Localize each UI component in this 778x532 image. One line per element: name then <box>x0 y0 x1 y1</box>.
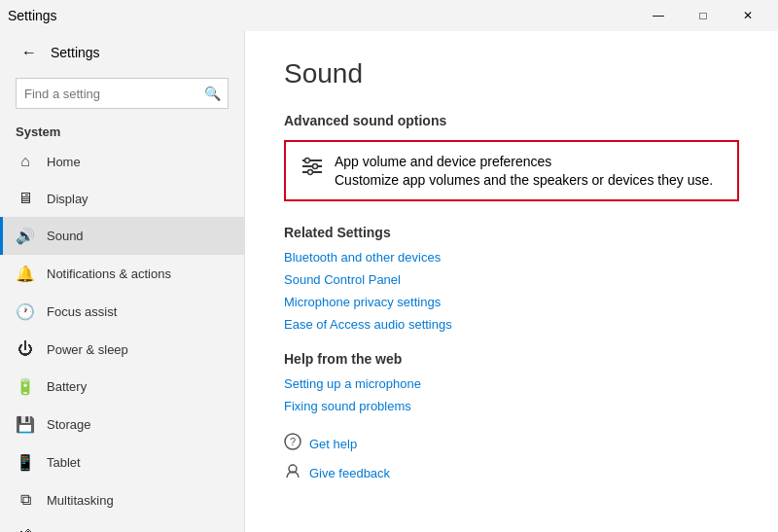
give-feedback-link[interactable]: Give feedback <box>284 462 739 483</box>
setting-up-microphone-link[interactable]: Setting up a microphone <box>284 376 739 391</box>
sidebar-item-multitasking[interactable]: ⧉ Multitasking <box>0 481 244 518</box>
display-icon: 🖥 <box>16 190 35 207</box>
sidebar-item-label: Multitasking <box>47 493 114 508</box>
bluetooth-link[interactable]: Bluetooth and other devices <box>284 250 739 265</box>
sidebar-item-label: Display <box>47 192 88 206</box>
advanced-card-text: App volume and device preferences Custom… <box>335 154 713 188</box>
notifications-icon: 🔔 <box>16 265 35 283</box>
sidebar-item-projecting[interactable]: 📽 Projecting to this PC <box>0 518 244 532</box>
battery-icon: 🔋 <box>16 377 35 396</box>
system-section-label: System <box>0 117 244 143</box>
tablet-icon: 📱 <box>16 453 35 472</box>
give-feedback-label: Give feedback <box>309 466 390 480</box>
power-icon: ⏻ <box>16 340 35 358</box>
title-bar: Settings — □ ✕ <box>0 0 778 31</box>
get-help-icon: ? <box>284 433 301 454</box>
sound-control-panel-link[interactable]: Sound Control Panel <box>284 272 739 287</box>
fixing-sound-problems-link[interactable]: Fixing sound problems <box>284 399 739 413</box>
search-icon[interactable]: 🔍 <box>196 78 228 109</box>
app-body: ← Settings 🔍 System ⌂ Home 🖥 Display 🔊 S… <box>0 31 778 532</box>
sidebar-item-battery[interactable]: 🔋 Battery <box>0 368 244 406</box>
sidebar-item-label: Home <box>47 155 81 169</box>
search-input[interactable] <box>17 87 196 101</box>
back-button[interactable]: ← <box>16 39 43 66</box>
sidebar-item-label: Sound <box>47 229 84 243</box>
multitasking-icon: ⧉ <box>16 491 35 509</box>
sidebar-item-sound[interactable]: 🔊 Sound <box>0 217 244 255</box>
advanced-section-title: Advanced sound options <box>284 113 739 128</box>
main-content: Sound Advanced sound options App volume … <box>245 31 778 532</box>
storage-icon: 💾 <box>16 415 35 434</box>
advanced-card-desc: Customize app volumes and the speakers o… <box>335 172 713 188</box>
focus-icon: 🕐 <box>16 302 35 321</box>
title-bar-left: Settings <box>8 8 57 23</box>
sidebar-item-label: Tablet <box>47 455 81 470</box>
maximize-button[interactable]: □ <box>681 0 725 31</box>
sidebar-header: ← Settings <box>0 31 244 74</box>
search-box[interactable]: 🔍 <box>16 78 229 109</box>
advanced-card-title: App volume and device preferences <box>335 154 713 169</box>
svg-text:?: ? <box>290 436 296 447</box>
sidebar-item-label: Notifications & actions <box>47 266 171 281</box>
svg-point-5 <box>308 170 313 175</box>
home-icon: ⌂ <box>16 153 35 170</box>
svg-point-3 <box>313 164 318 169</box>
close-button[interactable]: ✕ <box>725 0 770 31</box>
sidebar-item-focus[interactable]: 🕐 Focus assist <box>0 293 244 331</box>
app-volume-icon <box>301 156 323 182</box>
help-title: Help from the web <box>284 351 739 367</box>
title-bar-title: Settings <box>8 8 57 23</box>
sidebar-item-label: Storage <box>47 417 91 432</box>
related-settings-title: Related Settings <box>284 225 739 240</box>
sidebar-item-tablet[interactable]: 📱 Tablet <box>0 443 244 481</box>
sidebar-item-home[interactable]: ⌂ Home <box>0 143 244 180</box>
minimize-button[interactable]: — <box>636 0 681 31</box>
sidebar-item-display[interactable]: 🖥 Display <box>0 180 244 217</box>
get-help-label: Get help <box>309 437 357 451</box>
svg-point-1 <box>305 159 310 163</box>
app-volume-card[interactable]: App volume and device preferences Custom… <box>284 140 739 201</box>
get-help-link[interactable]: ? Get help <box>284 433 739 454</box>
sidebar-item-notifications[interactable]: 🔔 Notifications & actions <box>0 255 244 293</box>
sidebar-item-storage[interactable]: 💾 Storage <box>0 406 244 443</box>
sidebar-app-title: Settings <box>51 45 100 60</box>
sidebar: ← Settings 🔍 System ⌂ Home 🖥 Display 🔊 S… <box>0 31 245 532</box>
ease-of-access-link[interactable]: Ease of Access audio settings <box>284 317 739 332</box>
sound-icon: 🔊 <box>16 227 35 245</box>
microphone-privacy-link[interactable]: Microphone privacy settings <box>284 295 739 309</box>
sidebar-item-label: Power & sleep <box>47 342 128 357</box>
title-bar-controls: — □ ✕ <box>636 0 770 31</box>
page-title: Sound <box>284 58 739 89</box>
projecting-icon: 📽 <box>16 528 35 532</box>
give-feedback-icon <box>284 462 301 483</box>
sidebar-item-label: Focus assist <box>47 304 117 319</box>
sidebar-item-label: Battery <box>47 379 87 394</box>
sidebar-item-power[interactable]: ⏻ Power & sleep <box>0 331 244 368</box>
bottom-links: ? Get help Give feedback <box>284 433 739 483</box>
